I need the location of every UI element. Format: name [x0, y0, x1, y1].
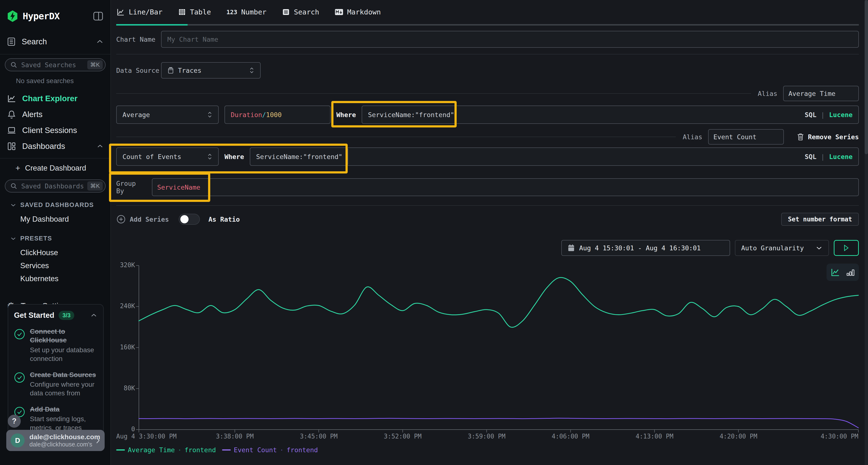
get-started-step[interactable]: Connect to ClickHouse Set up your databa… [14, 327, 97, 363]
series1-alias-input[interactable] [788, 90, 854, 97]
x-tick-label: 3:59:00 PM [468, 433, 506, 440]
granularity-select[interactable]: Auto Granularity [735, 240, 829, 256]
run-query-button[interactable] [834, 240, 859, 256]
saved-dashboards-section-header[interactable]: SAVED DASHBOARDS [10, 201, 105, 209]
search-section-header[interactable]: Search [5, 33, 105, 50]
divider [116, 93, 751, 94]
table-icon [178, 8, 186, 16]
sidebar-item-services[interactable]: Services [20, 261, 105, 270]
cmd-k-shortcut: ⌘K [87, 60, 103, 69]
chevron-up-icon[interactable] [96, 39, 104, 44]
group-by-input[interactable]: ServiceName [152, 178, 859, 196]
data-source-select[interactable]: Traces [161, 62, 261, 78]
chevron-down-icon [10, 237, 17, 240]
date-range-picker[interactable]: Aug 4 15:30:01 - Aug 4 16:30:01 [561, 240, 730, 256]
sql-mode-button[interactable]: SQL [805, 153, 816, 161]
series1-where-input[interactable]: ServiceName:"frontend" SQL | Lucene [362, 105, 859, 124]
get-started-title: Get Started [14, 311, 54, 320]
number-123-icon: 123 [226, 9, 237, 16]
group-by-label: Group By [116, 180, 146, 195]
chevron-down-icon [10, 203, 17, 207]
chevron-right-icon [95, 437, 100, 444]
hyperdx-logo-icon [7, 10, 18, 23]
sidebar-item-label: Dashboards [22, 142, 65, 151]
sidebar-item-alerts[interactable]: Alerts [5, 106, 105, 122]
toggle-knob [180, 215, 189, 223]
scrollbar-thumb[interactable] [865, 0, 868, 154]
y-tick-label: 320K [116, 261, 135, 269]
avatar: D [10, 433, 25, 447]
series1-aggregation-select[interactable]: Average [116, 105, 219, 124]
tab-table[interactable]: Table [178, 8, 211, 16]
add-circle-icon[interactable] [116, 214, 126, 224]
main-content: Line/Bar Table 123 Number Search Markdow… [111, 0, 865, 465]
series2-aggregation-select[interactable]: Count of Events [116, 147, 219, 166]
chart-plot[interactable] [116, 260, 859, 443]
laptop-icon [7, 126, 17, 135]
x-tick-label: 4:06:00 PM [552, 433, 590, 440]
sidebar-item-label: Chart Explorer [22, 94, 78, 103]
saved-dashboards-search[interactable]: ⌘K [5, 179, 105, 193]
y-tick-label: 240K [116, 302, 135, 309]
where-label: Where [336, 111, 356, 119]
date-range-value: Aug 4 15:30:01 - Aug 4 16:30:01 [579, 244, 701, 252]
sidebar-item-label: Alerts [22, 110, 42, 119]
chart-type-tabbar: Line/Bar Table 123 Number Search Markdow… [116, 0, 859, 26]
help-button[interactable]: ? [8, 414, 21, 428]
aggregation-value: Average [123, 111, 150, 119]
tab-line-bar[interactable]: Line/Bar [116, 8, 162, 16]
saved-dashboards-input[interactable] [21, 182, 87, 190]
as-ratio-label: As Ratio [209, 215, 240, 223]
add-series-button[interactable]: Add Series [130, 215, 169, 223]
sidebar-item-dashboards[interactable]: Dashboards [5, 138, 105, 154]
series2-where-input[interactable]: ServiceName:"frontend" [250, 147, 348, 166]
chart-name-input[interactable] [167, 36, 852, 43]
sidebar-item-chart-explorer[interactable]: Chart Explorer [5, 91, 105, 106]
series1-field-input[interactable]: Duration/1000 [224, 105, 331, 124]
select-chevrons-icon [207, 153, 212, 160]
step-desc: Set up your database connection [30, 346, 97, 363]
user-note: dale@clickhouse.com's [29, 441, 95, 448]
sidebar-item-clickhouse[interactable]: ClickHouse [20, 248, 105, 257]
sql-mode-button[interactable]: SQL [805, 111, 816, 119]
chevron-up-icon[interactable] [90, 313, 97, 318]
y-tick-label: 80K [116, 385, 135, 392]
x-tick-label: 3:45:00 PM [300, 433, 338, 440]
mode-separator: | [821, 111, 825, 119]
set-number-format-button[interactable]: Set number format [781, 213, 859, 226]
bar-chart-toggle-icon[interactable] [845, 267, 855, 277]
check-circle-icon [14, 329, 25, 363]
y-tick-label: 0 [116, 426, 135, 433]
tab-markdown[interactable]: Markdown [335, 8, 381, 16]
get-started-step[interactable]: Add Data Start sending logs, metrics, or… [14, 405, 97, 432]
step-title: Connect to ClickHouse [30, 327, 97, 345]
chevron-up-icon[interactable] [96, 144, 104, 148]
legend-item-average-time[interactable]: Average Time · frontend [116, 446, 216, 454]
remove-series-button[interactable]: Remove Series [797, 133, 859, 141]
get-started-step[interactable]: Create Data Sources Configure where your… [14, 371, 97, 398]
as-ratio-toggle[interactable] [179, 214, 200, 225]
presets-section-header[interactable]: PRESETS [10, 235, 105, 242]
series2-alias-input[interactable] [713, 133, 779, 141]
calendar-icon [567, 244, 575, 252]
create-dashboard-button[interactable]: + Create Dashboard [16, 163, 105, 173]
sidebar-item-my-dashboard[interactable]: My Dashboard [20, 215, 105, 224]
where-query: ServiceName:"frontend" [256, 153, 342, 161]
database-icon [167, 66, 174, 74]
tab-number[interactable]: 123 Number [226, 8, 267, 16]
legend-item-event-count[interactable]: Event Count · frontend [222, 446, 318, 454]
lucene-mode-button[interactable]: Lucene [829, 111, 852, 119]
sidebar-collapse-icon[interactable] [93, 11, 104, 21]
lucene-mode-button[interactable]: Lucene [829, 153, 852, 161]
sidebar: HyperDX Search ⌘K No saved searches Char… [0, 0, 111, 465]
data-source-value: Traces [178, 67, 202, 74]
scrollbar[interactable] [865, 0, 868, 465]
sidebar-item-client-sessions[interactable]: Client Sessions [5, 122, 105, 138]
tab-search[interactable]: Search [282, 8, 319, 16]
step-desc: Start sending logs, metrics, or traces [30, 414, 97, 432]
saved-searches-search[interactable]: ⌘K [5, 58, 105, 71]
user-menu[interactable]: D dale@clickhouse.com dale@clickhouse.co… [6, 430, 105, 451]
line-chart-toggle-icon[interactable] [830, 267, 840, 277]
saved-searches-input[interactable] [21, 61, 87, 69]
sidebar-item-kubernetes[interactable]: Kubernetes [20, 274, 105, 283]
